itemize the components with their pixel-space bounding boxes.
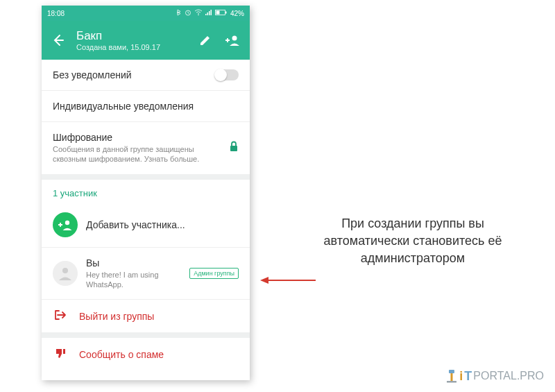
phone-frame: 18:08 42% Бакп Создана вами, — [42, 6, 250, 380]
report-section: Сообщить о спаме — [42, 338, 250, 370]
add-participant-label: Добавить участника... — [86, 219, 239, 230]
exit-icon — [54, 309, 67, 323]
mute-toggle[interactable] — [215, 69, 239, 80]
svg-rect-3 — [207, 12, 208, 15]
watermark-logo-icon — [445, 368, 458, 384]
admin-badge: Админ группы — [189, 268, 239, 279]
battery-icon — [215, 9, 228, 17]
edit-button[interactable] — [196, 31, 215, 50]
group-subtitle: Создана вами, 15.09.17 — [76, 43, 187, 51]
custom-notifications-row[interactable]: Индивидуальные уведомления — [42, 91, 250, 122]
custom-notifications-label: Индивидуальные уведомления — [53, 101, 239, 112]
annotation-text: При создании группы вы автоматически ста… — [305, 215, 520, 268]
svg-point-9 — [232, 36, 237, 41]
annotation-arrow — [260, 275, 316, 276]
app-bar: Бакп Создана вами, 15.09.17 — [42, 21, 250, 60]
svg-point-12 — [62, 268, 68, 273]
watermark-t: T — [464, 369, 472, 384]
participant-name: Вы — [86, 257, 181, 269]
svg-point-1 — [198, 15, 198, 15]
section-gap-2 — [42, 332, 250, 338]
svg-rect-4 — [209, 11, 210, 15]
signal-icon — [205, 9, 212, 17]
add-member-button[interactable] — [223, 31, 243, 50]
participants-count: 1 участник — [42, 180, 250, 203]
encryption-sub: Сообщения в данной группе защищены сквоз… — [53, 144, 221, 164]
add-participant-icon — [53, 212, 78, 237]
svg-rect-15 — [449, 370, 454, 373]
back-button[interactable] — [49, 31, 68, 50]
svg-rect-17 — [447, 381, 456, 383]
thumbs-down-icon — [54, 348, 67, 361]
group-title: Бакп — [76, 29, 187, 43]
appbar-title-block: Бакп Создана вами, 15.09.17 — [76, 29, 187, 51]
svg-point-11 — [65, 220, 69, 224]
participant-row-you[interactable]: Вы Hey there! I am using WhatsApp. Админ… — [42, 248, 250, 300]
bluetooth-icon — [176, 9, 182, 17]
svg-marker-14 — [260, 277, 268, 284]
mute-label: Без уведомлений — [53, 69, 207, 80]
avatar-placeholder — [53, 261, 78, 286]
watermark-i: i — [459, 369, 463, 384]
status-bar: 18:08 42% — [42, 6, 250, 21]
wifi-icon — [194, 9, 203, 17]
encryption-label: Шифрование — [53, 132, 221, 143]
svg-rect-10 — [230, 146, 237, 151]
alarm-icon — [185, 9, 191, 17]
settings-section: Без уведомлений Индивидуальные уведомлен… — [42, 60, 250, 174]
mute-row[interactable]: Без уведомлений — [42, 60, 250, 91]
add-participant-row[interactable]: Добавить участника... — [42, 203, 250, 248]
lock-icon — [229, 141, 239, 155]
leave-group-label: Выйти из группы — [79, 311, 154, 322]
statusbar-time: 18:08 — [47, 10, 65, 17]
svg-rect-7 — [225, 12, 227, 14]
watermark-rest: PORTAL.PRO — [473, 370, 544, 382]
watermark: i T PORTAL.PRO — [445, 368, 544, 384]
svg-rect-5 — [210, 10, 212, 15]
encryption-row[interactable]: Шифрование Сообщения в данной группе защ… — [42, 122, 250, 174]
section-gap — [42, 174, 250, 180]
statusbar-battery: 42% — [230, 10, 244, 17]
report-spam-button[interactable]: Сообщить о спаме — [42, 338, 250, 370]
participants-section: 1 участник Добавить участника... Вы Hey … — [42, 180, 250, 333]
report-spam-label: Сообщить о спаме — [79, 349, 164, 360]
statusbar-right: 42% — [176, 9, 244, 17]
svg-rect-16 — [451, 373, 453, 381]
participant-status: Hey there! I am using WhatsApp. — [86, 270, 181, 290]
svg-rect-2 — [205, 14, 207, 15]
leave-group-button[interactable]: Выйти из группы — [42, 300, 250, 332]
svg-rect-8 — [216, 11, 219, 15]
